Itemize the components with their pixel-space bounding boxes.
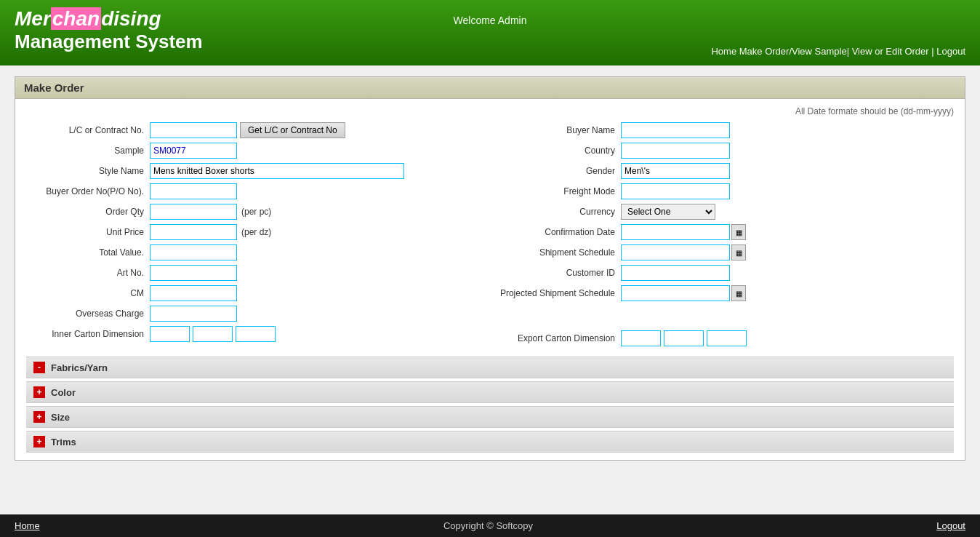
style-name-row: Style Name — [33, 163, 483, 179]
freight-mode-input[interactable] — [621, 183, 730, 199]
form-left: L/C or Contract No. Get L/C or Contract … — [26, 122, 490, 351]
nav-home[interactable]: Home — [711, 46, 736, 57]
logo-area: Merchandising Management System — [15, 7, 203, 53]
sample-row: Sample — [33, 143, 483, 159]
total-value-input[interactable] — [150, 244, 237, 260]
unit-price-input[interactable] — [150, 224, 237, 240]
fabrics-section-title: Fabrics/Yarn — [51, 362, 108, 373]
buyer-order-input[interactable] — [150, 183, 237, 199]
welcome-text: Welcome Admin — [454, 15, 527, 26]
fabrics-toggle-btn[interactable]: - — [33, 362, 45, 373]
gender-row: Gender — [497, 163, 947, 179]
unit-price-label: Unit Price — [33, 227, 150, 237]
buyer-name-row: Buyer Name — [497, 122, 947, 138]
art-no-row: Art No. — [33, 265, 483, 281]
unit-price-unit: (per dz) — [241, 227, 271, 237]
color-section-header: + Color — [26, 381, 954, 403]
logo-line1: Merchandising — [15, 7, 203, 31]
export-carton-inputs — [621, 330, 747, 346]
projected-shipment-row: Projected Shipment Schedule ▦ — [497, 285, 947, 301]
inner-carton-row: Inner Carton Dimension — [33, 326, 483, 342]
spacer-row1 — [497, 306, 947, 326]
content-area: Make Order All Date formate should be (d… — [0, 65, 980, 472]
form-grid: L/C or Contract No. Get L/C or Contract … — [26, 122, 954, 351]
currency-row: Currency Select One USD EUR GBP JPY BDT — [497, 204, 947, 220]
order-qty-label: Order Qty — [33, 207, 150, 217]
customer-id-input[interactable] — [621, 265, 730, 281]
confirmation-date-input[interactable] — [621, 224, 730, 240]
header: Merchandising Management System Welcome … — [0, 0, 980, 65]
overseas-input[interactable] — [150, 306, 237, 322]
shipment-schedule-input[interactable] — [621, 244, 730, 260]
overseas-row: Overseas Charge — [33, 306, 483, 322]
trims-toggle-btn[interactable]: + — [33, 436, 45, 448]
make-order-title: Make Order — [15, 77, 965, 99]
freight-mode-label: Freight Mode — [497, 186, 621, 196]
cm-input[interactable] — [150, 285, 237, 301]
total-value-label: Total Value. — [33, 247, 150, 258]
export-carton-label: Export Carton Dimension — [497, 333, 621, 343]
sample-input[interactable] — [150, 143, 237, 159]
order-qty-row: Order Qty (per pc) — [33, 204, 483, 220]
unit-price-row: Unit Price (per dz) — [33, 224, 483, 240]
export-carton-row: Export Carton Dimension — [497, 330, 947, 346]
header-nav: Home Make Order/View Sample| View or Edi… — [711, 46, 965, 57]
shipment-schedule-calendar-btn[interactable]: ▦ — [731, 244, 746, 260]
form-right: Buyer Name Country Gender — [490, 122, 954, 351]
inner-carton-inputs — [150, 326, 276, 342]
inner-dim1-input[interactable] — [150, 326, 190, 342]
art-no-input[interactable] — [150, 265, 237, 281]
country-row: Country — [497, 143, 947, 159]
export-dim2-input[interactable] — [664, 330, 704, 346]
inner-dim3-input[interactable] — [236, 326, 276, 342]
freight-mode-row: Freight Mode — [497, 183, 947, 199]
total-value-row: Total Value. — [33, 244, 483, 260]
trims-section-header: + Trims — [26, 431, 954, 453]
make-order-body: All Date formate should be (dd-mm-yyyy) … — [15, 99, 965, 460]
cm-row: CM — [33, 285, 483, 301]
buyer-order-row: Buyer Order No(P/O No). — [33, 183, 483, 199]
nav-make-order[interactable]: Make Order/View Sample| — [739, 46, 849, 57]
buyer-order-label: Buyer Order No(P/O No). — [33, 186, 150, 196]
trims-section-title: Trims — [51, 437, 76, 448]
projected-shipment-label: Projected Shipment Schedule — [497, 288, 621, 298]
lc-row: L/C or Contract No. Get L/C or Contract … — [33, 122, 483, 138]
country-input[interactable] — [621, 143, 730, 159]
inner-carton-label: Inner Carton Dimension — [33, 329, 150, 339]
lc-input[interactable] — [150, 122, 237, 138]
order-qty-input[interactable] — [150, 204, 237, 220]
shipment-schedule-row: Shipment Schedule ▦ — [497, 244, 947, 260]
get-lc-button[interactable]: Get L/C or Contract No — [240, 122, 345, 138]
color-section-title: Color — [51, 387, 76, 398]
nav-logout[interactable]: Logout — [936, 46, 965, 57]
lc-label: L/C or Contract No. — [33, 125, 150, 135]
export-dim3-input[interactable] — [707, 330, 747, 346]
nav-view-edit[interactable]: View or Edit Order — [852, 46, 929, 57]
make-order-box: Make Order All Date formate should be (d… — [15, 76, 965, 461]
buyer-name-label: Buyer Name — [497, 125, 621, 135]
confirmation-date-calendar-btn[interactable]: ▦ — [731, 224, 746, 240]
size-section-header: + Size — [26, 406, 954, 428]
customer-id-row: Customer ID — [497, 265, 947, 281]
gender-label: Gender — [497, 166, 621, 176]
size-section-title: Size — [51, 412, 70, 423]
confirmation-date-label: Confirmation Date — [497, 227, 621, 237]
sample-label: Sample — [33, 146, 150, 156]
style-name-label: Style Name — [33, 166, 150, 176]
inner-dim2-input[interactable] — [193, 326, 233, 342]
cm-label: CM — [33, 288, 150, 298]
customer-id-label: Customer ID — [497, 268, 621, 278]
fabrics-section-header: - Fabrics/Yarn — [26, 357, 954, 378]
export-dim1-input[interactable] — [621, 330, 661, 346]
art-no-label: Art No. — [33, 268, 150, 278]
size-toggle-btn[interactable]: + — [33, 411, 45, 423]
gender-input[interactable] — [621, 163, 730, 179]
projected-shipment-calendar-btn[interactable]: ▦ — [731, 285, 746, 301]
shipment-schedule-label: Shipment Schedule — [497, 247, 621, 258]
buyer-name-input[interactable] — [621, 122, 730, 138]
projected-shipment-input[interactable] — [621, 285, 730, 301]
color-toggle-btn[interactable]: + — [33, 386, 45, 398]
currency-select[interactable]: Select One USD EUR GBP JPY BDT — [621, 204, 715, 220]
overseas-label: Overseas Charge — [33, 309, 150, 319]
style-name-input[interactable] — [150, 163, 404, 179]
